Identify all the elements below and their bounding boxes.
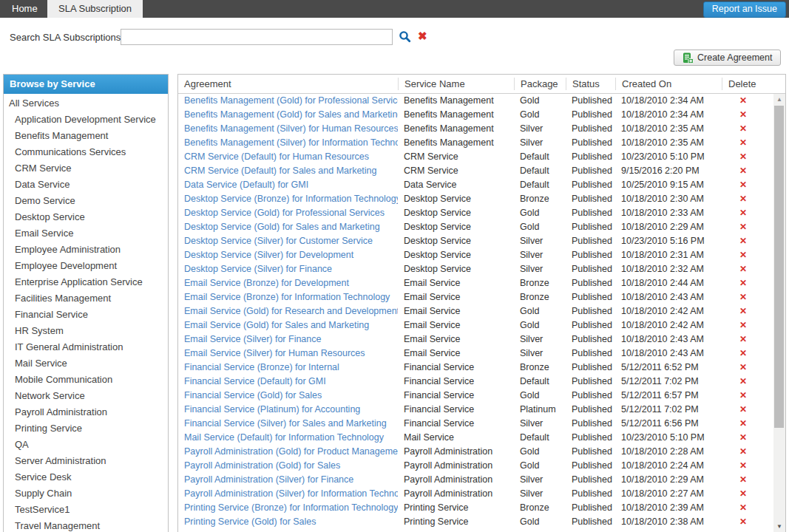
delete-row-icon[interactable]: ✕ bbox=[722, 361, 773, 375]
sidebar-item-employee-development[interactable]: Employee Development bbox=[4, 258, 168, 274]
sidebar-item-testservice1[interactable]: TestService1 bbox=[4, 502, 168, 518]
agreement-link[interactable]: Data Service (Default) for GMI bbox=[178, 178, 398, 192]
sidebar-item-data-service[interactable]: Data Service bbox=[4, 177, 168, 193]
sidebar-item-employee-administration[interactable]: Employee Administration bbox=[4, 242, 168, 258]
delete-row-icon[interactable]: ✕ bbox=[722, 515, 773, 529]
sidebar-item-email-service[interactable]: Email Service bbox=[4, 225, 168, 242]
delete-row-icon[interactable]: ✕ bbox=[722, 501, 773, 515]
sidebar-item-travel-management[interactable]: Travel Management bbox=[4, 518, 168, 532]
sidebar-item-crm-service[interactable]: CRM Service bbox=[4, 160, 168, 177]
report-an-issue-button[interactable]: Report an Issue bbox=[703, 1, 786, 18]
agreement-link[interactable]: Desktop Service (Gold) for Professional … bbox=[178, 206, 398, 220]
tab-home[interactable]: Home bbox=[0, 0, 50, 18]
sidebar-item-mail-service[interactable]: Mail Service bbox=[4, 355, 168, 372]
delete-row-icon[interactable]: ✕ bbox=[722, 234, 773, 248]
agreement-link[interactable]: CRM Service (Default) for Human Resource… bbox=[178, 150, 398, 164]
agreement-link[interactable]: Email Service (Silver) for Finance bbox=[178, 332, 398, 347]
agreement-link[interactable]: Email Service (Bronze) for Development bbox=[178, 276, 398, 290]
create-agreement-button[interactable]: Create Agreement bbox=[674, 50, 781, 66]
clear-search-icon[interactable]: ✖ bbox=[418, 30, 427, 43]
sidebar-item-all-services[interactable]: All Services bbox=[4, 95, 168, 112]
sidebar-item-service-desk[interactable]: Service Desk bbox=[4, 469, 168, 485]
delete-row-icon[interactable]: ✕ bbox=[722, 304, 773, 318]
agreement-link[interactable]: Financial Service (Platinum) for Account… bbox=[178, 403, 398, 417]
delete-row-icon[interactable]: ✕ bbox=[722, 389, 773, 403]
sidebar-item-facilities-management[interactable]: Facilities Management bbox=[4, 290, 168, 307]
delete-row-icon[interactable]: ✕ bbox=[722, 332, 773, 347]
scrollbar-thumb[interactable] bbox=[774, 106, 784, 428]
agreement-link[interactable]: Desktop Service (Gold) for Sales and Mar… bbox=[178, 220, 398, 234]
agreement-link[interactable]: Email Service (Gold) for Research and De… bbox=[178, 304, 398, 318]
table-scrollbar[interactable]: ▲ ▼ bbox=[773, 94, 785, 532]
delete-row-icon[interactable]: ✕ bbox=[722, 318, 773, 332]
sidebar-item-printing-service[interactable]: Printing Service bbox=[4, 420, 168, 437]
sidebar-item-enterprise-application-service[interactable]: Enterprise Application Service bbox=[4, 274, 168, 290]
sidebar-item-it-general-administration[interactable]: IT General Administration bbox=[4, 339, 168, 355]
delete-row-icon[interactable]: ✕ bbox=[722, 276, 773, 290]
search-input[interactable] bbox=[121, 29, 393, 45]
delete-row-icon[interactable]: ✕ bbox=[722, 403, 773, 417]
search-icon[interactable] bbox=[399, 30, 411, 43]
delete-row-icon[interactable]: ✕ bbox=[722, 108, 773, 122]
sidebar-item-qa[interactable]: QA bbox=[4, 437, 168, 453]
sidebar-item-demo-service[interactable]: Demo Service bbox=[4, 193, 168, 209]
delete-row-icon[interactable]: ✕ bbox=[722, 150, 773, 164]
agreement-link[interactable]: Payroll Administration (Gold) for Produc… bbox=[178, 445, 398, 459]
sidebar-item-mobile-communication[interactable]: Mobile Communication bbox=[4, 372, 168, 388]
agreement-link[interactable]: Payroll Administration (Gold) for Sales bbox=[178, 459, 398, 473]
delete-row-icon[interactable]: ✕ bbox=[722, 375, 773, 389]
delete-row-icon[interactable]: ✕ bbox=[722, 473, 773, 487]
delete-row-icon[interactable]: ✕ bbox=[722, 136, 773, 150]
sidebar-item-desktop-service[interactable]: Desktop Service bbox=[4, 209, 168, 225]
agreement-link[interactable]: Desktop Service (Silver) for Finance bbox=[178, 262, 398, 276]
tab-sla-subscription[interactable]: SLA Subscription bbox=[47, 0, 143, 18]
agreement-link[interactable]: Benefits Management (Gold) for Sales and… bbox=[178, 108, 398, 122]
agreement-link[interactable]: Benefits Management (Gold) for Professio… bbox=[178, 94, 398, 108]
scrollbar-up-arrow-icon[interactable]: ▲ bbox=[773, 95, 785, 104]
delete-row-icon[interactable]: ✕ bbox=[722, 164, 773, 178]
delete-row-icon[interactable]: ✕ bbox=[722, 445, 773, 459]
delete-row-icon[interactable]: ✕ bbox=[722, 431, 773, 445]
sidebar-item-communications-services[interactable]: Communications Services bbox=[4, 144, 168, 160]
agreement-link[interactable]: Benefits Management (Silver) for Informa… bbox=[178, 136, 398, 150]
agreement-link[interactable]: Printing Service (Gold) for Sales bbox=[178, 515, 398, 529]
scrollbar-down-arrow-icon[interactable]: ▼ bbox=[773, 522, 785, 531]
delete-row-icon[interactable]: ✕ bbox=[722, 192, 773, 206]
agreement-link[interactable]: Financial Service (Default) for GMI bbox=[178, 375, 398, 389]
sidebar-item-financial-service[interactable]: Financial Service bbox=[4, 307, 168, 323]
delete-row-icon[interactable]: ✕ bbox=[722, 487, 773, 501]
delete-row-icon[interactable]: ✕ bbox=[722, 347, 773, 361]
agreement-link[interactable]: Financial Service (Gold) for Sales bbox=[178, 389, 398, 403]
delete-row-icon[interactable]: ✕ bbox=[722, 220, 773, 234]
agreement-link[interactable]: Desktop Service (Silver) for Development bbox=[178, 248, 398, 262]
delete-row-icon[interactable]: ✕ bbox=[722, 248, 773, 262]
agreement-link[interactable]: Desktop Service (Silver) for Customer Se… bbox=[178, 234, 398, 248]
agreement-link[interactable]: Benefits Management (Silver) for Human R… bbox=[178, 122, 398, 136]
agreement-link[interactable]: Email Service (Silver) for Human Resourc… bbox=[178, 347, 398, 361]
agreement-link[interactable]: Mail Service (Default) for Information T… bbox=[178, 431, 398, 445]
sidebar-item-hr-system[interactable]: HR System bbox=[4, 323, 168, 339]
delete-row-icon[interactable]: ✕ bbox=[722, 178, 773, 192]
agreement-link[interactable]: CRM Service (Default) for Sales and Mark… bbox=[178, 164, 398, 178]
delete-row-icon[interactable]: ✕ bbox=[722, 290, 773, 304]
delete-row-icon[interactable]: ✕ bbox=[722, 94, 773, 108]
delete-row-icon[interactable]: ✕ bbox=[722, 417, 773, 431]
delete-row-icon[interactable]: ✕ bbox=[722, 122, 773, 136]
agreement-link[interactable]: Email Service (Bronze) for Information T… bbox=[178, 290, 398, 304]
sidebar-item-server-administration[interactable]: Server Administration bbox=[4, 453, 168, 469]
sidebar-item-supply-chain[interactable]: Supply Chain bbox=[4, 485, 168, 502]
agreement-link[interactable]: Financial Service (Bronze) for Internal bbox=[178, 361, 398, 375]
sidebar-item-benefits-management[interactable]: Benefits Management bbox=[4, 128, 168, 144]
delete-row-icon[interactable]: ✕ bbox=[722, 262, 773, 276]
agreement-link[interactable]: Desktop Service (Bronze) for Information… bbox=[178, 192, 398, 206]
agreement-link[interactable]: Payroll Administration (Silver) for Fina… bbox=[178, 473, 398, 487]
delete-row-icon[interactable]: ✕ bbox=[722, 459, 773, 473]
sidebar-item-payroll-administration[interactable]: Payroll Administration bbox=[4, 404, 168, 420]
agreement-link[interactable]: Financial Service (Silver) for Sales and… bbox=[178, 417, 398, 431]
delete-row-icon[interactable]: ✕ bbox=[722, 206, 773, 220]
agreement-link[interactable]: Payroll Administration (Silver) for Info… bbox=[178, 487, 398, 501]
agreement-link[interactable]: Printing Service (Bronze) for Informatio… bbox=[178, 501, 398, 515]
sidebar-item-network-service[interactable]: Network Service bbox=[4, 388, 168, 404]
sidebar-item-application-development-service[interactable]: Application Development Service bbox=[4, 112, 168, 128]
agreement-link[interactable]: Email Service (Gold) for Sales and Marke… bbox=[178, 318, 398, 332]
